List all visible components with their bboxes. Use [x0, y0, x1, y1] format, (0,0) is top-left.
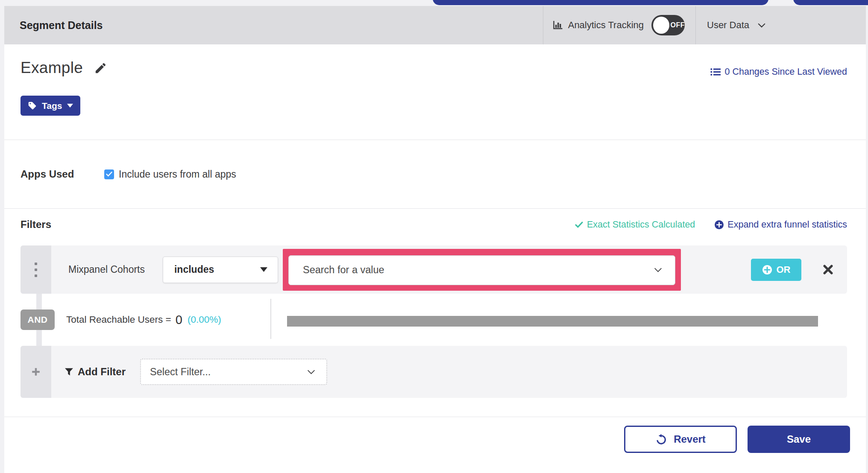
changes-list-icon [710, 68, 721, 76]
caret-down-icon [67, 104, 73, 108]
select-filter-dropdown[interactable]: Select Filter... [140, 359, 327, 385]
tag-icon [28, 101, 37, 110]
top-tab-partial-left[interactable] [433, 0, 768, 5]
add-row-handle[interactable] [21, 346, 51, 398]
include-all-apps-label: Include users from all apps [119, 169, 236, 180]
check-icon [575, 222, 583, 228]
drag-handle-icon [35, 269, 37, 271]
filter-row-content: Mixpanel Cohorts includes Search for a v… [51, 245, 847, 294]
expand-funnel-statistics-label: Expand extra funnel statistics [727, 219, 847, 230]
changes-since-last-viewed-link[interactable]: 0 Changes Since Last Viewed [710, 67, 847, 77]
segment-name: Example [21, 59, 83, 77]
titlebar-actions: Analytics Tracking OFF User Data [543, 6, 866, 44]
apps-used-section: Apps Used Include users from all apps [4, 140, 866, 208]
drag-handle-icon [35, 274, 37, 277]
user-data-dropdown[interactable]: User Data [695, 6, 866, 44]
add-filter-content: Add Filter Select Filter... [51, 346, 847, 398]
undo-icon [655, 434, 667, 445]
and-connector-row: AND Total Reachable Users = 0 (0.00%) [21, 294, 847, 346]
exact-statistics-status: Exact Statistics Calculated [575, 219, 695, 230]
reachable-users-progressbar [287, 316, 818, 327]
vertical-divider [270, 299, 271, 339]
segment-details-page: Segment Details Analytics Tracking OFF [0, 0, 868, 473]
value-search-placeholder: Search for a value [303, 264, 384, 276]
analytics-tracking-toggle[interactable]: OFF [651, 15, 685, 35]
tags-button[interactable]: Tags [21, 96, 80, 116]
expand-funnel-statistics-link[interactable]: Expand extra funnel statistics [715, 219, 847, 230]
filters-heading: Filters [21, 219, 51, 231]
user-data-label: User Data [707, 20, 749, 31]
changes-link-label: 0 Changes Since Last Viewed [725, 67, 847, 77]
select-filter-placeholder: Select Filter... [150, 366, 211, 378]
save-button[interactable]: Save [748, 426, 850, 453]
analytics-tracking-label: Analytics Tracking [568, 20, 644, 31]
titlebar: Segment Details Analytics Tracking OFF [4, 6, 866, 44]
chevron-down-icon [307, 370, 315, 374]
toggle-state-label: OFF [671, 21, 685, 29]
value-search-select[interactable]: Search for a value [288, 255, 675, 285]
page-title: Segment Details [4, 6, 103, 44]
top-tab-partial-right[interactable] [793, 0, 868, 5]
or-button-label: OR [777, 264, 791, 275]
filter-name: Mixpanel Cohorts [68, 264, 145, 275]
pencil-icon[interactable] [94, 61, 107, 75]
footer-actions: Revert Save [4, 417, 866, 453]
include-all-apps-checkbox[interactable] [104, 169, 114, 179]
segment-details-card: Segment Details Analytics Tracking OFF [4, 6, 866, 473]
apps-used-label: Apps Used [21, 168, 104, 180]
operator-value: includes [174, 264, 214, 275]
chevron-down-icon [758, 23, 765, 28]
analytics-tracking-section: Analytics Tracking OFF [543, 6, 695, 44]
filters-section: Filters Exact Statistics Calculated E [4, 209, 866, 417]
highlight-annotation: Search for a value [283, 249, 681, 291]
drag-handle-icon [35, 263, 37, 265]
reachable-users-value: 0 [176, 313, 182, 327]
drag-handle[interactable] [21, 245, 51, 294]
funnel-icon [65, 368, 73, 376]
revert-button[interactable]: Revert [624, 426, 737, 453]
bar-chart-icon [553, 21, 563, 30]
filter-rows: Mixpanel Cohorts includes Search for a v… [21, 245, 847, 398]
revert-button-label: Revert [674, 433, 706, 445]
check-icon [106, 172, 112, 177]
reachable-users-label: Total Reachable Users = [66, 314, 171, 325]
add-filter-row: Add Filter Select Filter... [21, 346, 847, 398]
tags-button-label: Tags [42, 101, 62, 111]
remove-filter-button[interactable] [823, 264, 833, 275]
segment-title-section: Example 0 Changes Since Last Viewed [4, 44, 866, 140]
filters-header-right: Exact Statistics Calculated Expand extra… [575, 219, 847, 230]
filter-row: Mixpanel Cohorts includes Search for a v… [21, 245, 847, 294]
exact-statistics-label: Exact Statistics Calculated [587, 219, 695, 230]
add-filter-label: Add Filter [78, 366, 126, 378]
add-or-condition-button[interactable]: OR [751, 259, 801, 281]
reachable-users-percent: (0.00%) [188, 314, 221, 325]
caret-down-icon [260, 267, 267, 272]
plus-icon [31, 367, 41, 377]
save-button-label: Save [787, 433, 811, 445]
and-badge: AND [21, 309, 55, 330]
filters-header: Filters Exact Statistics Calculated E [21, 216, 847, 233]
toggle-knob [653, 17, 669, 34]
operator-select[interactable]: includes [163, 257, 278, 283]
reachable-users: Total Reachable Users = 0 (0.00%) [66, 294, 221, 346]
chevron-down-icon [654, 268, 662, 272]
add-filter-group: Add Filter [65, 366, 126, 378]
plus-circle-icon [715, 220, 724, 229]
close-icon [823, 264, 833, 275]
plus-circle-icon [762, 265, 772, 275]
